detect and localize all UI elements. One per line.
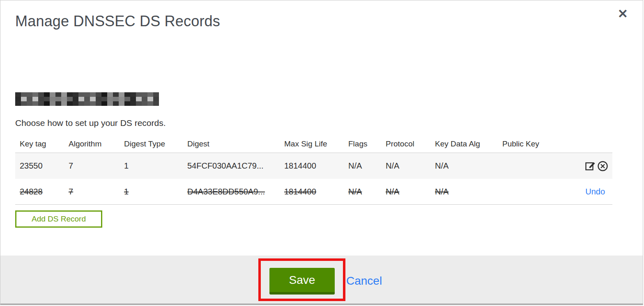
column-header-key-data-alg: Key Data Alg: [430, 139, 498, 148]
column-header-public-key: Public Key: [498, 139, 612, 148]
redacted-domain-name: [15, 92, 159, 106]
undo-link[interactable]: Undo: [585, 187, 608, 196]
cancel-link[interactable]: Cancel: [346, 274, 382, 288]
cell-digest-type: 1: [120, 161, 183, 171]
row-actions: Undo: [498, 187, 612, 196]
page-title: Manage DNSSEC DS Records: [15, 13, 220, 30]
row-actions: [498, 160, 612, 171]
column-header-key-tag: Key tag: [15, 139, 64, 148]
add-ds-record-button[interactable]: Add DS Record: [15, 210, 102, 228]
cell-digest-type: 1: [120, 187, 183, 196]
cell-key-tag: 23550: [15, 161, 64, 171]
cell-algorithm: 7: [64, 187, 120, 196]
column-header-digest: Digest: [183, 139, 280, 148]
column-header-algorithm: Algorithm: [64, 139, 120, 148]
column-header-flags: Flags: [344, 139, 381, 148]
column-header-max-sig-life: Max Sig Life: [280, 139, 344, 148]
table-row: 23550 7 1 54FCF030AA1C79... 1814400 N/A …: [15, 153, 612, 179]
table-row-deleted: 24828 7 1 D4A33E8DD550A9... 1814400 N/A …: [15, 179, 612, 205]
cell-algorithm: 7: [64, 161, 120, 171]
table-header-row: Key tag Algorithm Digest Type Digest Max…: [15, 135, 612, 153]
close-icon[interactable]: ✕: [618, 8, 628, 20]
cell-max-sig-life: 1814400: [280, 187, 344, 196]
column-header-protocol: Protocol: [381, 139, 430, 148]
cell-flags: N/A: [344, 187, 381, 196]
subtitle-text: Choose how to set up your DS records.: [15, 118, 166, 128]
footer-divider: [0, 304, 643, 305]
cell-digest: D4A33E8DD550A9...: [183, 187, 280, 196]
cell-protocol: N/A: [381, 187, 430, 196]
ds-records-table: Key tag Algorithm Digest Type Digest Max…: [15, 135, 612, 205]
dnssec-modal: Manage DNSSEC DS Records ✕ Choose how to…: [0, 0, 643, 305]
cell-key-data-alg: N/A: [430, 161, 498, 171]
edit-record-icon[interactable]: [585, 160, 596, 171]
cell-max-sig-life: 1814400: [280, 161, 344, 171]
cell-flags: N/A: [344, 161, 381, 171]
column-header-digest-type: Digest Type: [120, 139, 183, 148]
cell-key-tag: 24828: [15, 187, 64, 196]
save-button[interactable]: Save: [269, 268, 335, 295]
remove-record-icon[interactable]: [597, 160, 608, 171]
cell-key-data-alg: N/A: [430, 187, 498, 196]
cell-protocol: N/A: [381, 161, 430, 171]
cell-digest: 54FCF030AA1C79...: [183, 161, 280, 171]
